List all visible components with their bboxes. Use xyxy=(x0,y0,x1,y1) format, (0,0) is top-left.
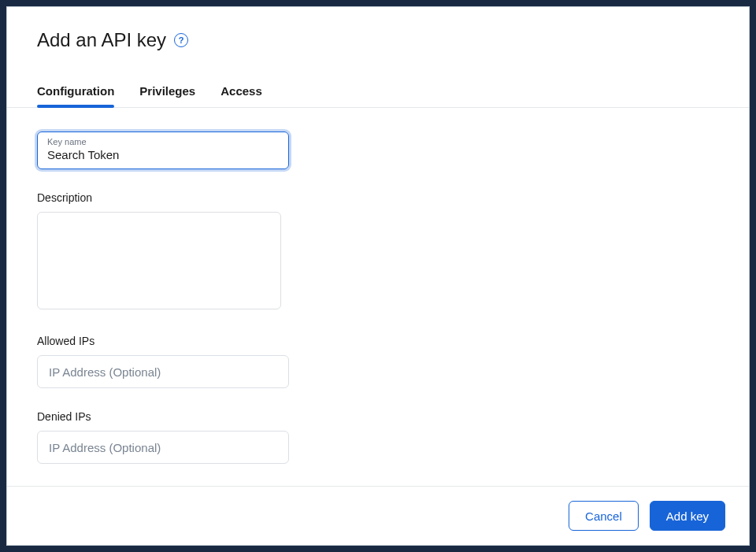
description-label: Description xyxy=(37,191,719,204)
tab-privileges[interactable]: Privileges xyxy=(139,76,195,107)
key-name-input[interactable] xyxy=(47,148,279,161)
key-name-label: Key name xyxy=(47,137,279,146)
key-name-field[interactable]: Key name xyxy=(37,132,289,169)
denied-ips-input[interactable] xyxy=(37,431,289,464)
tab-configuration[interactable]: Configuration xyxy=(37,76,114,107)
title-row: Add an API key ? xyxy=(37,29,719,51)
modal-body: Key name Description Allowed IPs Denied … xyxy=(7,108,749,486)
allowed-ips-group: Allowed IPs xyxy=(37,335,719,388)
description-group: Description xyxy=(37,191,719,313)
add-api-key-modal: Add an API key ? Configuration Privilege… xyxy=(6,6,750,546)
tabs: Configuration Privileges Access xyxy=(7,76,749,108)
help-icon[interactable]: ? xyxy=(174,33,188,47)
add-key-button[interactable]: Add key xyxy=(650,501,725,531)
modal-title: Add an API key xyxy=(37,29,166,51)
key-name-group: Key name xyxy=(37,132,719,169)
allowed-ips-input[interactable] xyxy=(37,355,289,388)
denied-ips-label: Denied IPs xyxy=(37,410,719,423)
tab-access[interactable]: Access xyxy=(220,76,262,107)
cancel-button[interactable]: Cancel xyxy=(569,501,639,531)
description-input[interactable] xyxy=(37,212,281,309)
modal-footer: Cancel Add key xyxy=(7,486,749,545)
denied-ips-group: Denied IPs xyxy=(37,410,719,464)
allowed-ips-label: Allowed IPs xyxy=(37,335,719,347)
modal-header: Add an API key ? xyxy=(7,7,749,51)
